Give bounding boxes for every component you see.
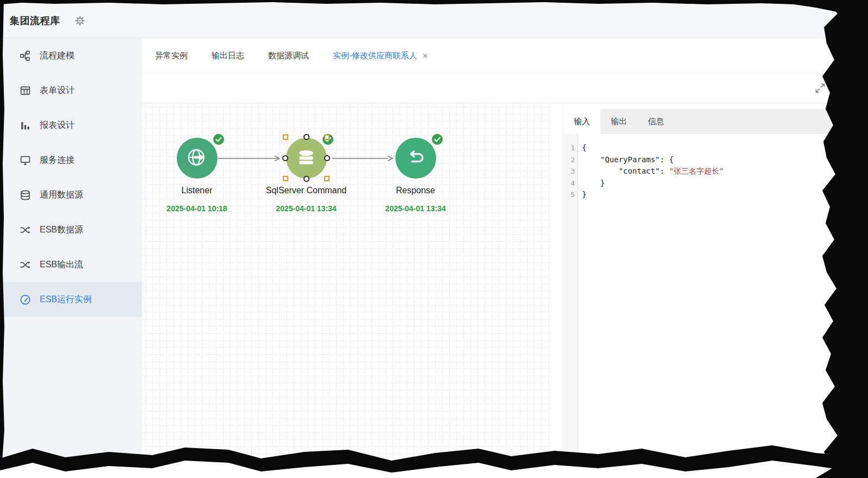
flow-canvas[interactable]: Listener 2025-04-01 10:18 SqlServer Comm…: [142, 103, 551, 478]
sidebar-item-esb-output-stream[interactable]: ESB输出流: [0, 247, 142, 282]
node-circle[interactable]: [395, 138, 436, 179]
code-line: "contact": "张三名字超长": [582, 166, 724, 177]
status-success-icon: [213, 133, 225, 145]
sidebar-item-label: ESB数据源: [40, 224, 83, 236]
app-window: 集团流程库 流程建模 表单设计 报表设计 服务连接 通用数据源 ESB数据源: [0, 0, 868, 478]
node-label: Listener: [182, 186, 213, 195]
code-line: "QueryParams": {: [582, 154, 724, 166]
database-icon: [295, 146, 318, 171]
sidebar-item-label: 通用数据源: [40, 189, 83, 201]
flow-node-listener[interactable]: Listener 2025-04-01 10:18: [151, 138, 243, 213]
line-number-gutter: 12345: [563, 134, 578, 478]
sidebar-item-label: ESB输出流: [40, 259, 83, 271]
workspace-tab-label: 实例-修改供应商联系人: [333, 51, 417, 61]
workspace-tab[interactable]: 异常实例: [155, 51, 188, 61]
flow-node-sqlserver-command[interactable]: SqlServer Command 2025-04-01 13:34: [260, 138, 352, 213]
globe-arrow-icon: [185, 146, 208, 171]
code-line: }: [582, 189, 724, 201]
workspace-tab[interactable]: 实例-修改供应商联系人 ×: [333, 51, 428, 61]
code-line: {: [582, 142, 724, 154]
node-timestamp: 2025-04-01 10:18: [166, 204, 227, 213]
sidebar-item-esb-datasource[interactable]: ESB数据源: [0, 212, 142, 247]
sidebar-item-report-design[interactable]: 报表设计: [0, 108, 142, 143]
workspace-tab[interactable]: 输出日志: [212, 51, 244, 61]
workspace-tab[interactable]: 数据源调试: [268, 51, 309, 61]
sidebar-item-form-design[interactable]: 表单设计: [0, 73, 142, 108]
inspector-tabs: 输入输出信息: [563, 109, 868, 134]
sidebar-item-label: 服务连接: [40, 155, 75, 166]
sidebar-item-flow-modeling[interactable]: 流程建模: [0, 38, 142, 73]
line-number: 3: [563, 166, 578, 177]
app-title: 集团流程库: [10, 14, 60, 27]
form-design-icon: [20, 85, 31, 96]
flow-model-icon: [20, 50, 31, 62]
app-header: 集团流程库: [0, 3, 868, 38]
line-number: 1: [563, 142, 578, 154]
canvas-toolbar: [142, 73, 868, 103]
node-timestamp: 2025-04-01 13:34: [276, 204, 336, 213]
sidebar-item-esb-run-instance[interactable]: ESB运行实例: [0, 282, 142, 317]
workspace-tab-label: 异常实例: [155, 51, 188, 61]
workspace-tab-label: 输出日志: [212, 51, 244, 61]
inspector-tab[interactable]: 输出: [600, 109, 637, 134]
node-label: Response: [396, 186, 435, 195]
sidebar-item-label: 表单设计: [40, 85, 75, 96]
flow-node-response[interactable]: Response 2025-04-01 13:34: [369, 138, 462, 213]
sidebar-item-service-connection[interactable]: 服务连接: [0, 143, 142, 177]
close-icon[interactable]: ×: [423, 51, 428, 60]
line-number: 5: [563, 189, 578, 201]
status-success-icon: [431, 133, 443, 145]
inspector-tab[interactable]: 输入: [563, 109, 600, 134]
node-inspector-panel: 输入输出信息 12345 { "QueryParams": { "contact…: [563, 103, 868, 478]
expand-icon[interactable]: [815, 83, 826, 94]
workspace-tabs: 异常实例 输出日志 数据源调试 实例-修改供应商联系人 ×: [142, 38, 868, 73]
workspace-tab-label: 数据源调试: [268, 51, 309, 61]
node-circle[interactable]: [177, 138, 218, 179]
code-line: }: [582, 177, 724, 189]
node-timestamp: 2025-04-01 13:34: [385, 204, 445, 213]
report-design-icon: [20, 120, 31, 131]
node-label: SqlServer Command: [266, 186, 347, 195]
json-editor[interactable]: 12345 { "QueryParams": { "contact": "张三名…: [563, 134, 868, 478]
code-lines: { "QueryParams": { "contact": "张三名字超长" }…: [578, 134, 724, 478]
shuffle-icon: [20, 259, 31, 271]
sidebar-item-label: 流程建模: [40, 50, 75, 62]
inspector-tab[interactable]: 信息: [637, 109, 674, 134]
sidebar-item-generic-datasource[interactable]: 通用数据源: [0, 177, 142, 212]
gauge-icon: [20, 294, 31, 305]
sidebar-item-label: ESB运行实例: [40, 294, 92, 305]
return-arrow-icon: [404, 146, 427, 171]
sidebar-item-label: 报表设计: [40, 120, 75, 131]
sidebar-menu: 流程建模 表单设计 报表设计 服务连接 通用数据源 ESB数据源 ESB输出流 …: [0, 38, 142, 478]
service-connection-icon: [20, 155, 31, 166]
line-number: 4: [563, 177, 578, 189]
generic-datasource-icon: [20, 189, 31, 201]
shuffle-icon: [20, 224, 31, 236]
node-circle[interactable]: [286, 138, 327, 179]
line-number: 2: [563, 154, 578, 166]
gear-icon[interactable]: [75, 15, 85, 26]
